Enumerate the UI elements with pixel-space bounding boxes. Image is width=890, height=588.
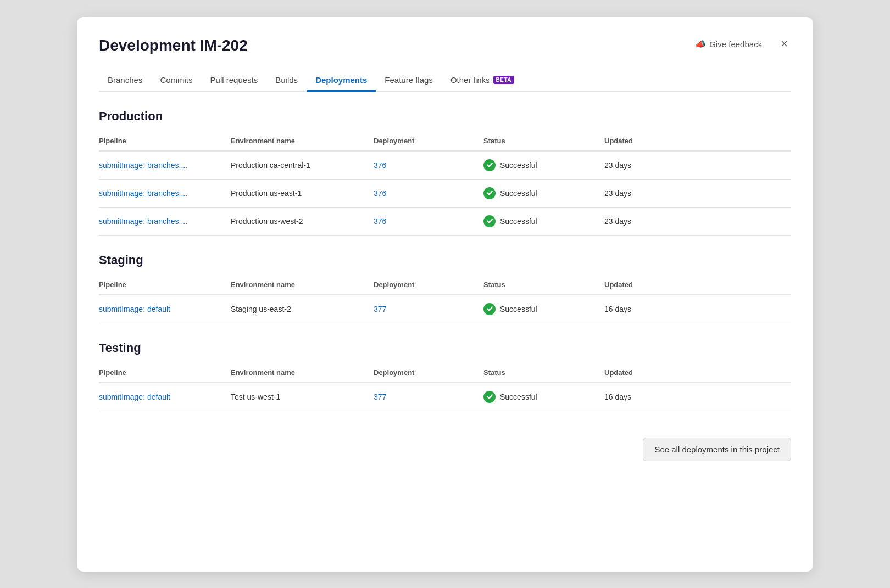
modal-header: Development IM-202 📣 Give feedback × <box>99 37 791 54</box>
col-header-env: Environment name <box>231 364 374 383</box>
col-header-status: Status <box>483 364 604 383</box>
pipeline-link[interactable]: submitImage: branches:... <box>99 161 187 170</box>
success-icon <box>483 215 496 227</box>
updated-value: 23 days <box>604 179 791 207</box>
col-header-env: Environment name <box>231 276 374 295</box>
header-actions: 📣 Give feedback × <box>691 37 791 52</box>
status-cell: Successful <box>483 159 598 171</box>
table-row: submitImage: branches:... Production us-… <box>99 179 791 207</box>
staging-table: Pipeline Environment name Deployment Sta… <box>99 276 791 323</box>
status-label: Successful <box>500 393 537 401</box>
modal-footer: See all deployments in this project <box>99 429 791 461</box>
updated-value: 23 days <box>604 151 791 180</box>
col-header-pipeline: Pipeline <box>99 276 231 295</box>
deployment-link[interactable]: 376 <box>374 217 386 226</box>
env-name: Production us-east-1 <box>231 179 374 207</box>
testing-table-header: Pipeline Environment name Deployment Sta… <box>99 364 791 383</box>
production-title: Production <box>99 109 791 124</box>
col-header-status: Status <box>483 132 604 151</box>
status-cell: Successful <box>483 187 598 199</box>
tab-branches[interactable]: Branches <box>99 70 151 92</box>
close-button[interactable]: × <box>777 37 791 51</box>
deployment-link[interactable]: 377 <box>374 305 386 313</box>
tabs-nav: Branches Commits Pull requests Builds De… <box>99 70 791 92</box>
col-header-status: Status <box>483 276 604 295</box>
env-name: Test us-west-1 <box>231 383 374 411</box>
staging-section: Staging Pipeline Environment name Deploy… <box>99 253 791 323</box>
col-header-updated: Updated <box>604 276 791 295</box>
env-name: Production us-west-2 <box>231 207 374 235</box>
pipeline-link[interactable]: submitImage: branches:... <box>99 217 187 226</box>
status-cell: Successful <box>483 303 598 315</box>
col-header-env: Environment name <box>231 132 374 151</box>
env-name: Staging us-east-2 <box>231 295 374 323</box>
megaphone-icon: 📣 <box>695 39 706 49</box>
status-label: Successful <box>500 217 537 226</box>
deployment-link[interactable]: 376 <box>374 161 386 170</box>
col-header-deployment: Deployment <box>374 364 483 383</box>
testing-table: Pipeline Environment name Deployment Sta… <box>99 364 791 411</box>
deployments-content: Production Pipeline Environment name Dep… <box>99 92 791 411</box>
col-header-deployment: Deployment <box>374 132 483 151</box>
modal-container: Development IM-202 📣 Give feedback × Bra… <box>77 17 813 572</box>
updated-value: 23 days <box>604 207 791 235</box>
pipeline-link[interactable]: submitImage: default <box>99 393 170 401</box>
status-label: Successful <box>500 189 537 198</box>
feedback-button[interactable]: 📣 Give feedback <box>691 37 766 52</box>
status-cell: Successful <box>483 215 598 227</box>
col-header-updated: Updated <box>604 132 791 151</box>
success-icon <box>483 159 496 171</box>
other-links-label: Other links <box>450 75 490 85</box>
tab-commits[interactable]: Commits <box>151 70 201 92</box>
env-name: Production ca-central-1 <box>231 151 374 180</box>
testing-section: Testing Pipeline Environment name Deploy… <box>99 341 791 411</box>
feedback-label: Give feedback <box>709 40 762 49</box>
tab-deployments[interactable]: Deployments <box>307 70 376 92</box>
updated-value: 16 days <box>604 295 791 323</box>
staging-table-header: Pipeline Environment name Deployment Sta… <box>99 276 791 295</box>
testing-title: Testing <box>99 341 791 355</box>
table-row: submitImage: default Test us-west-1 377 … <box>99 383 791 411</box>
status-label: Successful <box>500 305 537 313</box>
col-header-updated: Updated <box>604 364 791 383</box>
deployment-link[interactable]: 377 <box>374 393 386 401</box>
status-cell: Successful <box>483 391 598 403</box>
table-row: submitImage: branches:... Production ca-… <box>99 151 791 180</box>
table-row: submitImage: branches:... Production us-… <box>99 207 791 235</box>
pipeline-link[interactable]: submitImage: default <box>99 305 170 313</box>
deployment-link[interactable]: 376 <box>374 189 386 198</box>
production-section: Production Pipeline Environment name Dep… <box>99 109 791 236</box>
modal-title: Development IM-202 <box>99 37 248 54</box>
production-table: Pipeline Environment name Deployment Sta… <box>99 132 791 236</box>
status-label: Successful <box>500 161 537 170</box>
success-icon <box>483 391 496 403</box>
staging-title: Staging <box>99 253 791 267</box>
col-header-pipeline: Pipeline <box>99 132 231 151</box>
production-table-header: Pipeline Environment name Deployment Sta… <box>99 132 791 151</box>
tab-pull-requests[interactable]: Pull requests <box>202 70 267 92</box>
see-all-deployments-button[interactable]: See all deployments in this project <box>643 438 791 461</box>
tab-feature-flags[interactable]: Feature flags <box>376 70 442 92</box>
table-row: submitImage: default Staging us-east-2 3… <box>99 295 791 323</box>
col-header-deployment: Deployment <box>374 276 483 295</box>
updated-value: 16 days <box>604 383 791 411</box>
tab-other-links[interactable]: Other links BETA <box>442 70 523 92</box>
beta-badge: BETA <box>493 76 514 84</box>
col-header-pipeline: Pipeline <box>99 364 231 383</box>
pipeline-link[interactable]: submitImage: branches:... <box>99 189 187 198</box>
success-icon <box>483 187 496 199</box>
tab-builds[interactable]: Builds <box>266 70 307 92</box>
success-icon <box>483 303 496 315</box>
